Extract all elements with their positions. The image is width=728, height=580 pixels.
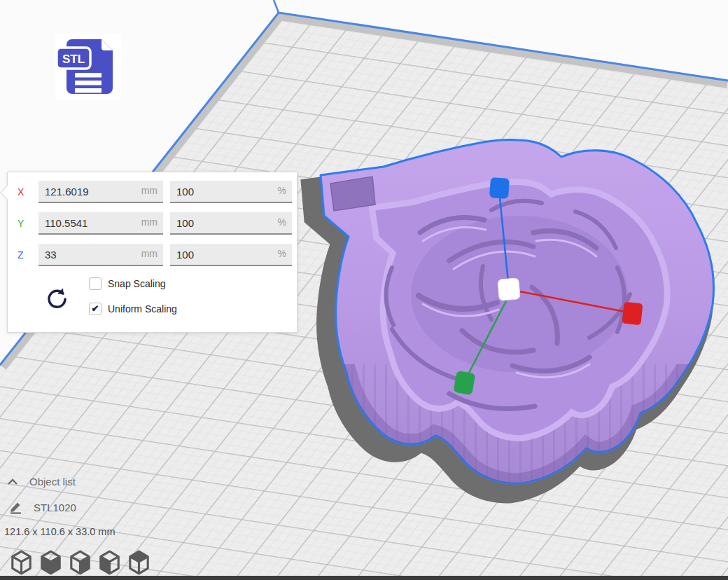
stl-file-icon[interactable]: STL [55,34,121,99]
view-3d-icon[interactable] [10,550,33,575]
scale-x-mm-field: mm [38,181,163,203]
scale-handle-center-icon[interactable] [498,278,521,301]
object-list-header[interactable]: Object list [7,476,76,488]
snap-scaling-checkbox[interactable] [89,277,102,290]
scale-x-percent-field: % [170,181,292,203]
snap-scaling-label: Snap Scaling [108,278,166,289]
scale-z-percent-input[interactable] [170,244,292,265]
scale-tool-panel: X mm % Y mm % Z mm % [7,172,298,333]
scale-z-percent-unit: % [278,248,286,259]
chevron-up-icon [7,478,18,486]
axis-x-label: X [18,186,38,198]
scale-y-mm-unit: mm [141,216,158,228]
object-item-name: STL1020 [34,502,76,513]
scale-y-mm-field: mm [38,212,163,235]
reset-scale-button[interactable] [44,286,69,311]
uniform-scaling-checkbox[interactable]: ✔ [89,303,102,315]
scale-handle-z-icon[interactable] [489,177,510,199]
view-front-icon[interactable] [39,550,62,575]
object-list-item[interactable]: STL1020 [8,500,76,514]
camera-view-buttons [10,550,150,575]
scale-x-mm-unit: mm [141,185,158,196]
axis-z-label: Z [18,249,38,261]
scale-handle-x-icon[interactable] [622,302,643,326]
scale-x-percent-input[interactable] [170,181,292,202]
scale-y-percent-unit: % [278,216,286,228]
stl-badge-label: STL [62,53,85,66]
scale-z-percent-field: % [170,244,292,266]
scale-z-mm-field: mm [38,244,163,266]
view-top-icon[interactable] [127,550,150,575]
uniform-scaling-label: Uniform Scaling [108,303,177,315]
scale-z-mm-unit: mm [141,248,158,259]
build-volume-z-edge [274,0,279,13]
pencil-icon [8,500,22,514]
scale-y-percent-input[interactable] [170,212,292,233]
axis-y-label: Y [18,218,38,229]
view-left-icon[interactable] [98,550,121,575]
object-dimensions: 121.6 x 110.6 x 33.0 mm [4,526,115,537]
folded-corner-icon [102,39,113,50]
view-right-icon[interactable] [69,550,92,575]
scale-y-percent-field: % [170,212,292,235]
scale-handle-y-icon[interactable] [453,371,475,395]
object-list-title: Object list [29,476,76,488]
bottom-toolbar-edge [0,576,728,580]
scale-x-percent-unit: % [278,185,286,196]
